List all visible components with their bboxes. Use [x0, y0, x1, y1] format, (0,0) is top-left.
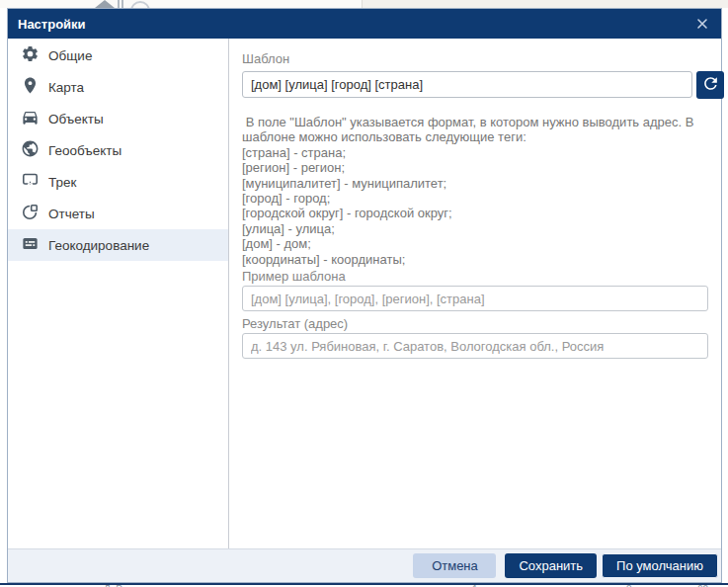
track-screen-icon — [21, 171, 40, 193]
sidebar-item-map[interactable]: Карта — [8, 71, 228, 103]
sidebar-item-general[interactable]: Общие — [8, 40, 228, 71]
result-input[interactable] — [242, 333, 708, 359]
dialog-body: Общие Карта Объекты Геообъекты Трек Отче — [8, 39, 721, 548]
sidebar-item-geocoding[interactable]: Геокодирование — [8, 229, 228, 261]
sidebar-item-label: Трек — [48, 175, 76, 190]
globe-icon — [21, 139, 40, 161]
sidebar-item-label: Геокодирование — [48, 238, 149, 253]
settings-sidebar: Общие Карта Объекты Геообъекты Трек Отче — [8, 39, 229, 548]
underlying-page-top — [0, 0, 728, 8]
dialog-footer: Отмена Сохранить По умолчанию — [8, 548, 721, 582]
geocoding-panel: Шаблон В поле "Шаблон" указывается форма… — [230, 39, 721, 548]
sidebar-item-geoobjects[interactable]: Геообъекты — [8, 134, 228, 166]
sidebar-item-track[interactable]: Трек — [8, 166, 228, 198]
template-input[interactable] — [242, 71, 692, 98]
sidebar-item-label: Отчеты — [48, 207, 95, 221]
sidebar-item-reports[interactable]: Отчеты — [8, 198, 228, 229]
pause-bars-icon — [118, 0, 123, 8]
refresh-button[interactable] — [696, 71, 724, 99]
car-icon — [21, 108, 40, 129]
example-input[interactable] — [242, 286, 708, 311]
gear-icon — [21, 44, 40, 66]
circle-marker-icon — [130, 1, 150, 8]
sidebar-item-label: Геообъекты — [48, 143, 121, 158]
settings-dialog: Настройки Общие Карта Объекты Геообъекты — [7, 8, 722, 583]
map-background — [362, 0, 728, 8]
dialog-titlebar: Настройки — [8, 9, 721, 39]
save-button[interactable]: Сохранить — [505, 553, 597, 578]
cancel-button[interactable]: Отмена — [413, 553, 496, 578]
sidebar-item-label: Карта — [48, 80, 84, 95]
sidebar-item-label: Общие — [48, 48, 92, 63]
pie-chart-icon — [21, 203, 40, 224]
example-label: Пример шаблона — [242, 269, 346, 284]
template-help-text: В поле "Шаблон" указывается формат, в ко… — [242, 115, 710, 267]
result-label: Результат (адрес) — [242, 316, 348, 331]
sidebar-item-label: Объекты — [48, 112, 104, 126]
refresh-icon — [701, 74, 720, 96]
dialog-title: Настройки — [18, 17, 86, 32]
map-pin-icon — [21, 76, 40, 98]
template-label: Шаблон — [242, 51, 289, 66]
form-list-icon — [21, 234, 40, 256]
default-button[interactable]: По умолчанию — [602, 553, 718, 578]
close-icon[interactable] — [693, 15, 711, 33]
sidebar-item-objects[interactable]: Объекты — [8, 103, 228, 134]
scroll-up-arrow-icon — [95, 0, 115, 8]
